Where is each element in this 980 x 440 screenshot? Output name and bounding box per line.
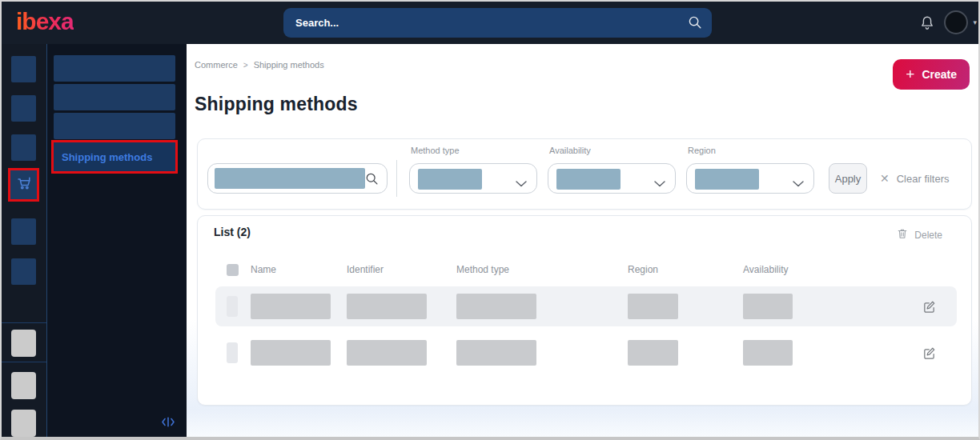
select-value-placeholder [418, 169, 482, 190]
table-header: Name Identifier Method type Region Avail… [215, 258, 957, 282]
breadcrumb-item-commerce[interactable]: Commerce [195, 60, 238, 70]
chevron-down-icon [516, 176, 527, 190]
delete-button-label: Delete [914, 230, 942, 241]
chevron-down-icon [654, 176, 665, 190]
cell-identifier-placeholder [347, 294, 427, 319]
submenu-item-placeholder-1[interactable] [54, 55, 175, 82]
edit-icon[interactable] [922, 300, 936, 314]
filter-search-value-placeholder [215, 168, 365, 189]
page-title: Shipping methods [195, 94, 358, 115]
bell-icon[interactable] [919, 14, 935, 32]
search-icon [688, 15, 702, 33]
plus-icon: + [906, 66, 914, 83]
breadcrumb-item-shipping-methods: Shipping methods [254, 60, 324, 70]
trash-icon [897, 227, 908, 243]
ibexa-logo: ibexa [16, 8, 74, 35]
main-menu-rail [2, 44, 47, 437]
method-type-select[interactable] [409, 163, 537, 194]
column-header-region: Region [628, 264, 743, 275]
cell-availability-placeholder [743, 340, 793, 366]
select-value-placeholder [695, 169, 759, 190]
table-row[interactable] [215, 286, 957, 326]
filters-bar: Method type Availability R [197, 138, 972, 210]
filter-label: Availability [549, 146, 676, 155]
submenu-item-label: Shipping methods [54, 151, 152, 163]
chevron-down-icon [793, 176, 804, 190]
column-header-name: Name [251, 264, 347, 275]
breadcrumb-separator: > [243, 61, 248, 70]
filter-divider [396, 160, 397, 197]
table-body [215, 286, 957, 379]
cell-region-placeholder [628, 340, 678, 366]
menu-icon-placeholder-3[interactable] [11, 134, 36, 161]
apply-button[interactable]: Apply [829, 163, 867, 194]
column-header-availability: Availability [743, 264, 871, 275]
clear-filters-label: Clear filters [897, 173, 950, 185]
main-content: Commerce > Shipping methods + Create Shi… [187, 44, 978, 437]
create-button[interactable]: + Create [893, 59, 970, 90]
filter-search-input[interactable] [207, 163, 388, 194]
menu-item-commerce-highlighted[interactable] [8, 168, 39, 202]
filter-label: Method type [411, 146, 537, 155]
edit-icon[interactable] [922, 346, 936, 360]
global-search [283, 8, 712, 38]
filter-label: Region [688, 146, 814, 155]
delete-button[interactable]: Delete [897, 227, 942, 243]
user-menu-caret-icon[interactable]: ▾ [973, 18, 977, 26]
breadcrumb: Commerce > Shipping methods [195, 60, 324, 70]
filter-group-availability: Availability [548, 146, 676, 155]
cell-availability-placeholder [743, 294, 793, 319]
cell-method-type-placeholder [456, 294, 536, 319]
rail-divider [2, 322, 46, 323]
cell-region-placeholder [628, 294, 678, 319]
row-checkbox[interactable] [227, 296, 238, 317]
clear-filters-button[interactable]: ✕ Clear filters [880, 163, 949, 194]
column-header-identifier: Identifier [347, 264, 456, 275]
search-icon [365, 172, 379, 189]
availability-select[interactable] [548, 163, 676, 194]
select-all-checkbox[interactable] [227, 264, 239, 276]
menu-icon-placeholder-5[interactable] [11, 258, 36, 285]
cell-name-placeholder [251, 340, 331, 366]
shipping-methods-list: List (2) Delete Name Identifier Method t… [197, 215, 972, 406]
filter-group-method-type: Method type [409, 146, 537, 155]
menu-icon-placeholder-4[interactable] [11, 218, 36, 245]
collapse-panel-icon[interactable] [161, 416, 175, 430]
list-title: List (2) [214, 226, 251, 238]
cell-method-type-placeholder [456, 340, 536, 366]
submenu-item-shipping-methods[interactable]: Shipping methods [51, 140, 178, 174]
menu-icon-placeholder-2[interactable] [11, 95, 36, 122]
menu-icon-placeholder-8[interactable] [11, 410, 36, 437]
shopping-cart-icon [15, 174, 33, 195]
app-window: ibexa ▾ [0, 0, 980, 440]
submenu-panel: Shipping methods [47, 44, 187, 437]
top-bar: ibexa ▾ [2, 2, 978, 44]
menu-icon-placeholder-7[interactable] [11, 372, 36, 399]
column-header-method-type: Method type [456, 264, 628, 275]
cell-identifier-placeholder [347, 340, 427, 366]
select-value-placeholder [556, 169, 621, 190]
table-row[interactable] [215, 333, 957, 373]
create-button-label: Create [922, 68, 957, 81]
user-avatar[interactable] [944, 10, 968, 34]
menu-icon-placeholder-1[interactable] [11, 56, 36, 82]
submenu-item-placeholder-2[interactable] [54, 84, 175, 110]
global-search-input[interactable] [283, 8, 712, 38]
submenu-item-placeholder-3[interactable] [54, 113, 175, 139]
menu-icon-placeholder-6[interactable] [11, 330, 36, 357]
filter-group-region: Region [686, 146, 814, 155]
rail-divider [2, 362, 46, 362]
row-checkbox[interactable] [227, 342, 238, 363]
region-select[interactable] [686, 163, 814, 194]
clear-x-icon: ✕ [880, 172, 890, 185]
cell-name-placeholder [251, 294, 331, 319]
